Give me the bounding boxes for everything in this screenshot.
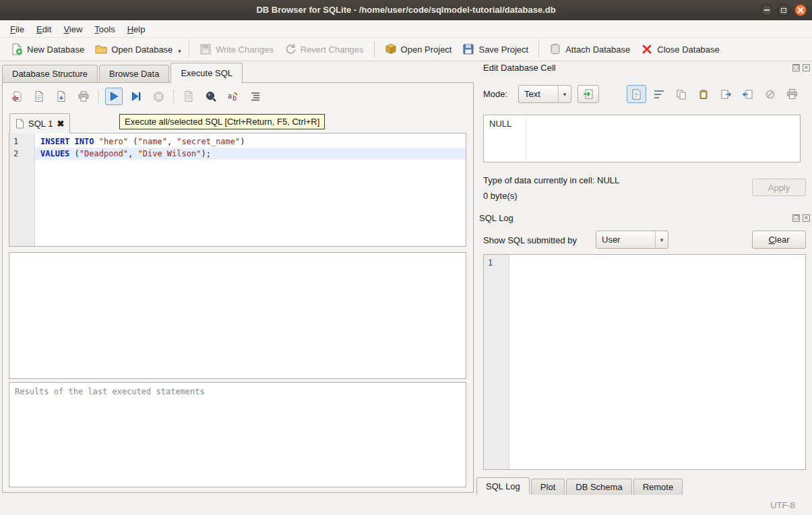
export-results-icon (183, 90, 195, 102)
import-cell-button[interactable] (738, 85, 757, 103)
tab-db-schema[interactable]: DB Schema (566, 479, 631, 495)
new-database-button[interactable]: New Database (5, 40, 90, 59)
editor-code[interactable]: INSERT INTO "hero" ("name", "secret_name… (35, 133, 466, 246)
paste-button[interactable] (693, 85, 713, 103)
clear-log-button[interactable]: Clear (752, 231, 806, 249)
tab-execute-sql[interactable]: Execute SQL (170, 63, 243, 83)
execute-all-button[interactable] (105, 88, 123, 105)
sql-editor[interactable]: 12 INSERT INTO "hero" ("name", "secret_n… (9, 133, 466, 247)
open-sql-file-button[interactable] (8, 88, 26, 105)
log-filter-label: Show SQL submitted by (483, 235, 577, 245)
minimize-button[interactable] (761, 4, 773, 16)
set-null-button[interactable] (760, 85, 780, 103)
export-cell-button[interactable] (716, 85, 735, 103)
execute-line-icon (131, 91, 142, 102)
execute-sql-panel: a b SQL 1 ✖ 12 INSERT INTO "hero" ("name… (2, 82, 474, 493)
save-sql-file-icon (33, 90, 45, 102)
bottom-right-tabbar: SQL Log Plot DB Schema Remote (476, 477, 684, 495)
open-sql-file-icon (11, 90, 23, 102)
maximize-button[interactable] (778, 4, 790, 16)
log-filter-value: User (596, 235, 655, 245)
menu-help[interactable]: Help (121, 22, 152, 36)
mode-label: Mode: (483, 89, 507, 99)
sql-toolbar: a b (8, 87, 264, 106)
open-project-label: Open Project (401, 44, 452, 55)
sql-log-dock-controls: ❐ × (792, 214, 810, 222)
execute-line-button[interactable] (127, 88, 145, 105)
open-database-icon (95, 43, 107, 55)
log-filter-combobox[interactable]: User ▾ (596, 231, 668, 249)
sql-log-view[interactable]: 1 (483, 254, 806, 470)
execute-all-icon (108, 91, 119, 102)
open-database-dropdown[interactable]: ▾ (178, 42, 184, 56)
sql-toolbar-separator (173, 90, 174, 103)
log-content (509, 255, 805, 469)
close-database-icon (641, 43, 653, 55)
text-mode-button[interactable] (627, 85, 646, 103)
format-sql-button[interactable] (247, 88, 264, 105)
mode-combobox[interactable]: Text ▾ (518, 85, 571, 103)
cell-editor[interactable]: NULL (483, 115, 801, 162)
titlebar: DB Browser for SQLite - /home/user/code/… (0, 0, 812, 20)
menubar: File Edit View Tools Help (0, 21, 812, 37)
open-database-button[interactable]: Open Database (90, 40, 178, 59)
save-project-button[interactable]: Save Project (457, 40, 534, 59)
main-tabbar: Database Structure Browse Data Execute S… (2, 63, 244, 83)
search-button[interactable] (202, 88, 220, 105)
export-cell-icon (720, 89, 731, 100)
stop-button[interactable] (150, 88, 167, 105)
mode-value: Text (519, 89, 558, 99)
format-sql-icon (250, 91, 261, 102)
close-database-button[interactable]: Close Database (635, 40, 725, 59)
copy-button[interactable] (671, 85, 691, 103)
chevron-down-icon: ▾ (558, 86, 571, 102)
sql-tab-close-icon[interactable]: ✖ (57, 119, 64, 129)
results-grid[interactable] (9, 252, 466, 379)
sql-tab-label: SQL 1 (28, 119, 53, 129)
menu-edit[interactable]: Edit (30, 22, 57, 36)
close-panel-icon[interactable]: × (803, 214, 810, 222)
import-cell-icon (743, 89, 753, 100)
cell-divider (526, 115, 526, 162)
import-data-icon (583, 88, 594, 100)
print-cell-button[interactable] (782, 85, 802, 103)
find-replace-button[interactable]: a b (224, 88, 242, 105)
revert-changes-button[interactable]: Revert Changes (279, 40, 369, 59)
sql-document-tab[interactable]: SQL 1 ✖ (9, 113, 70, 133)
tab-remote[interactable]: Remote (633, 479, 683, 495)
attach-database-button[interactable]: Attach Database (544, 40, 635, 59)
print-sql-button[interactable] (75, 88, 92, 105)
sql-toolbar-separator (98, 90, 99, 103)
find-replace-icon: a b (227, 90, 239, 102)
export-results-button[interactable] (180, 88, 197, 105)
tab-browse-data[interactable]: Browse Data (99, 65, 169, 83)
svg-text:b: b (232, 94, 237, 102)
open-project-button[interactable]: Open Project (379, 40, 458, 59)
tab-sql-log[interactable]: SQL Log (476, 477, 530, 495)
float-panel-icon[interactable]: ❐ (792, 214, 800, 222)
save-sql-file-button[interactable] (30, 88, 48, 105)
menu-view[interactable]: View (57, 22, 88, 36)
print-cell-icon (786, 88, 798, 100)
menu-file[interactable]: File (4, 22, 30, 36)
close-button[interactable] (794, 4, 807, 16)
sql-log-title: SQL Log (479, 213, 513, 223)
results-message-area[interactable]: Results of the last executed statements (9, 382, 466, 487)
apply-button[interactable]: Apply (752, 179, 806, 196)
float-panel-icon[interactable]: ❐ (792, 64, 800, 71)
save-sql-as-button[interactable] (53, 88, 70, 105)
tab-database-structure[interactable]: Database Structure (2, 65, 98, 83)
word-wrap-button[interactable] (649, 85, 668, 103)
close-panel-icon[interactable]: × (803, 64, 810, 71)
close-icon (797, 7, 804, 13)
encoding-status: UTF-8 (770, 500, 795, 510)
write-changes-icon (199, 43, 212, 55)
menu-tools[interactable]: Tools (88, 22, 121, 36)
word-wrap-icon (654, 90, 664, 99)
tab-plot[interactable]: Plot (531, 479, 565, 495)
import-data-button[interactable] (577, 85, 599, 103)
apply-label: Apply (768, 183, 790, 193)
edit-cell-dock-controls: ❐ × (792, 64, 810, 71)
write-changes-button[interactable]: Write Changes (194, 40, 279, 59)
window-title: DB Browser for SQLite - /home/user/code/… (0, 0, 812, 20)
